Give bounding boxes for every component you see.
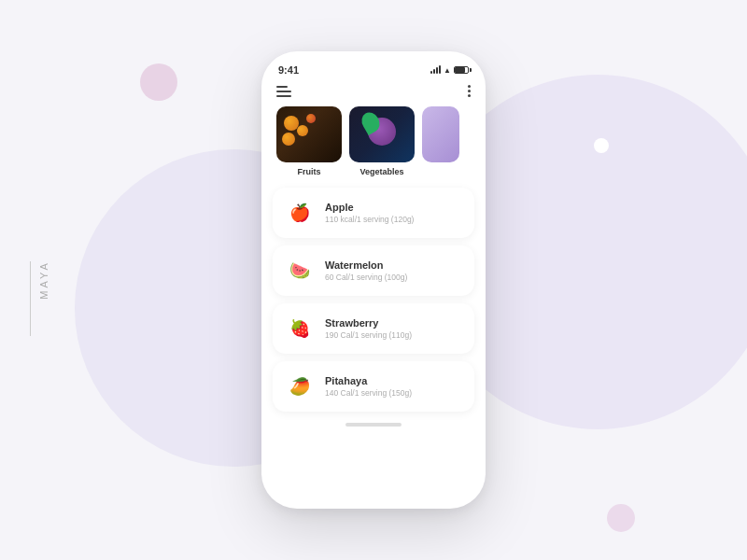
phone-screen[interactable]: 9:41 ▲ — [261, 51, 486, 509]
vegetables-label: Vegetables — [359, 167, 403, 176]
food-item-pitahaya[interactable]: 🥭 Pitahaya 140 Cal/1 serving (150g) — [273, 361, 474, 412]
watermelon-icon: 🍉 — [284, 255, 316, 287]
food-list: 🍎 Apple 110 kcal/1 serving (120g) 🍉 Wate… — [261, 176, 486, 412]
food-item-apple[interactable]: 🍎 Apple 110 kcal/1 serving (120g) — [273, 188, 474, 238]
status-icons: ▲ — [430, 66, 469, 75]
strawberry-calories: 190 Cal/1 serving (110g) — [325, 330, 463, 340]
brand-label: MAYA — [38, 260, 49, 300]
strawberry-info: Strawberry 190 Cal/1 serving (110g) — [325, 317, 463, 340]
dot-1 — [468, 85, 471, 88]
dot-2 — [468, 90, 471, 92]
apple-info: Apple 110 kcal/1 serving (120g) — [325, 202, 463, 224]
top-nav — [261, 79, 486, 106]
category-fruits[interactable]: Fruits — [276, 106, 342, 176]
pitahaya-info: Pitahaya 140 Cal/1 serving (150g) — [325, 375, 463, 398]
vegetables-image — [349, 106, 415, 162]
phone-notch — [341, 51, 406, 68]
apple-calories: 110 kcal/1 serving (120g) — [325, 215, 463, 224]
fruits-label: Fruits — [297, 167, 320, 176]
phone-body: 9:41 ▲ — [261, 51, 486, 509]
more-menu[interactable] — [468, 85, 471, 97]
bg-circle-white — [594, 138, 609, 153]
hamburger-line-3 — [276, 95, 291, 97]
hamburger-line-2 — [276, 91, 291, 92]
bg-circle-pink — [140, 63, 177, 101]
category-vegetables[interactable]: Vegetables — [349, 106, 415, 176]
strawberry-icon: 🍓 — [284, 313, 316, 344]
home-indicator — [345, 423, 402, 427]
signal-icon — [430, 66, 441, 74]
fruits-image — [276, 106, 342, 162]
wifi-icon: ▲ — [444, 66, 451, 75]
strawberry-name: Strawberry — [325, 317, 463, 329]
dot-3 — [468, 94, 471, 97]
status-time: 9:41 — [278, 64, 299, 76]
hamburger-menu[interactable] — [276, 86, 291, 97]
apple-icon: 🍎 — [284, 197, 316, 229]
brand-line — [30, 261, 31, 336]
food-item-watermelon[interactable]: 🍉 Watermelon 60 Cal/1 serving (100g) — [273, 245, 474, 296]
watermelon-calories: 60 Cal/1 serving (100g) — [325, 273, 463, 282]
apple-name: Apple — [325, 202, 463, 213]
food-item-strawberry[interactable]: 🍓 Strawberry 190 Cal/1 serving (110g) — [273, 303, 474, 354]
bg-circle-pink-br — [607, 504, 635, 532]
pitahaya-name: Pitahaya — [325, 375, 463, 386]
category-other[interactable] — [422, 106, 459, 176]
categories-row: Fruits Vegetables — [261, 106, 486, 176]
battery-icon — [454, 66, 469, 74]
watermelon-info: Watermelon 60 Cal/1 serving (100g) — [325, 259, 463, 282]
watermelon-name: Watermelon — [325, 259, 463, 271]
pitahaya-icon: 🥭 — [284, 371, 316, 402]
phone-mockup: 9:41 ▲ — [261, 51, 486, 509]
hamburger-line-1 — [276, 86, 288, 88]
pitahaya-calories: 140 Cal/1 serving (150g) — [325, 388, 463, 398]
other-image — [422, 106, 459, 162]
